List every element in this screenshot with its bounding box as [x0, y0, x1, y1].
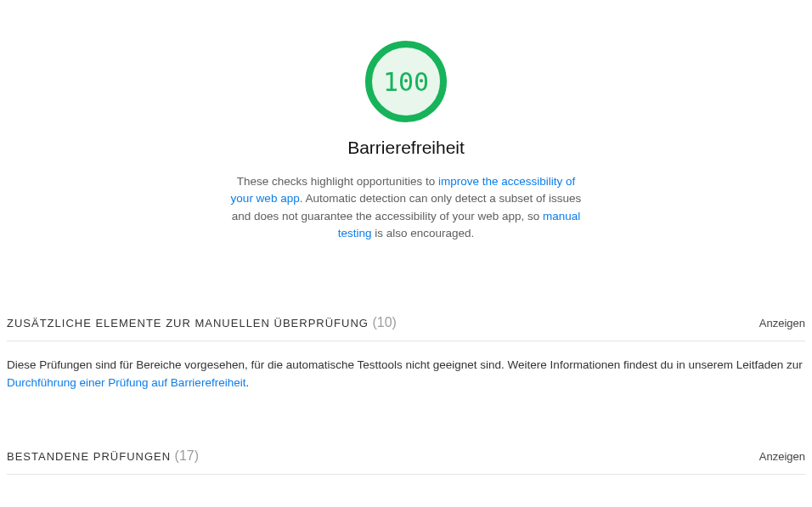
section-toggle-manual[interactable]: Anzeigen [759, 317, 805, 330]
desc-text-suffix: is also encouraged. [371, 227, 474, 239]
section-header-manual[interactable]: ZUSÄTZLICHE ELEMENTE ZUR MANUELLEN ÜBERP… [7, 307, 805, 341]
desc-text-prefix: These checks highlight opportunities to [237, 175, 438, 188]
score-header: 100 Barrierefreiheit These checks highli… [7, 0, 805, 259]
section-toggle-passed[interactable]: Anzeigen [759, 450, 805, 463]
section-count-manual: (10) [372, 315, 396, 330]
section-body-manual: Diese Prüfungen sind für Bereiche vorges… [7, 341, 805, 392]
section-title-manual: ZUSÄTZLICHE ELEMENTE ZUR MANUELLEN ÜBERP… [7, 317, 369, 330]
section-passed-audits: BESTANDENE PRÜFUNGEN (17) Anzeigen [7, 440, 805, 475]
section-title-passed: BESTANDENE PRÜFUNGEN [7, 450, 171, 463]
section-header-passed[interactable]: BESTANDENE PRÜFUNGEN (17) Anzeigen [7, 440, 805, 475]
manual-body-prefix: Diese Prüfungen sind für Bereiche vorges… [7, 358, 803, 371]
score-gauge: 100 [365, 41, 447, 122]
manual-body-suffix: . [245, 376, 249, 389]
accessibility-report: 100 Barrierefreiheit These checks highli… [0, 0, 812, 507]
category-description: These checks highlight opportunities to … [228, 173, 584, 242]
section-manual-checks: ZUSÄTZLICHE ELEMENTE ZUR MANUELLEN ÜBERP… [7, 307, 805, 392]
accessibility-guide-link[interactable]: Durchführung einer Prüfung auf Barrieref… [7, 376, 245, 389]
score-value: 100 [383, 67, 429, 97]
section-count-passed: (17) [175, 448, 199, 463]
category-title: Barrierefreiheit [7, 138, 805, 158]
